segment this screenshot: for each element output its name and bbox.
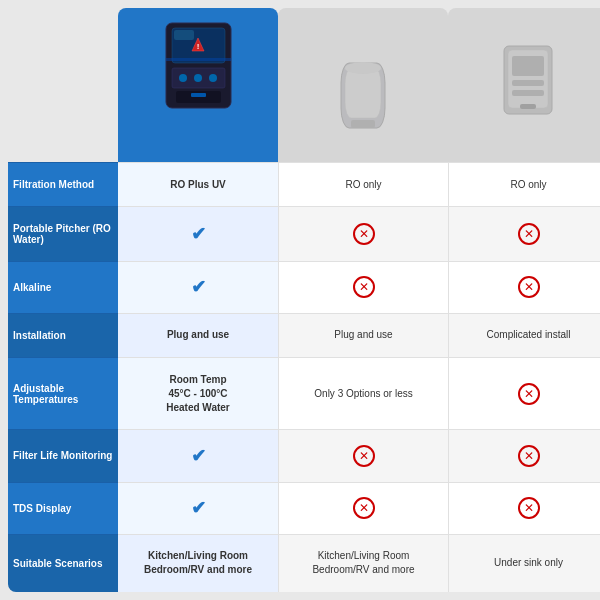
label-text: Portable Pitcher (RO Water) <box>13 223 113 245</box>
svg-rect-19 <box>512 80 544 86</box>
svg-point-7 <box>194 74 202 82</box>
undersink-cell-6: ✕ <box>448 482 600 534</box>
header-other <box>278 8 448 162</box>
undersink-cell-1: ✕ <box>448 206 600 260</box>
cell-text: Plug and use <box>167 328 229 342</box>
cross-icon: ✕ <box>518 445 540 467</box>
check-icon: ✔ <box>191 223 206 245</box>
cross-icon: ✕ <box>353 445 375 467</box>
svg-rect-20 <box>512 90 544 96</box>
row-label-0: Filtration Method <box>8 162 118 206</box>
cross-icon: ✕ <box>353 223 375 245</box>
cell-text: Plug and use <box>334 328 392 342</box>
cross-icon: ✕ <box>353 497 375 519</box>
cell-text: RO Plus UV <box>170 178 226 192</box>
cross-icon: ✕ <box>518 223 540 245</box>
cross-icon: ✕ <box>518 276 540 298</box>
comparison-table: ! <box>0 0 600 600</box>
svg-point-14 <box>345 62 381 74</box>
wb-cell-5: ✔ <box>118 429 278 481</box>
other-cell-2: ✕ <box>278 261 448 313</box>
label-text: Filter Life Monitoring <box>13 450 112 461</box>
svg-text:!: ! <box>196 42 199 51</box>
wb-cell-4: Room Temp 45°C - 100°C Heated Water <box>118 357 278 429</box>
label-text: TDS Display <box>13 503 71 514</box>
undersink-device-image <box>493 41 563 121</box>
row-label-7: Suitable Scenarios <box>8 534 118 592</box>
svg-point-8 <box>209 74 217 82</box>
cell-text: RO only <box>345 178 381 192</box>
other-device-image <box>328 57 398 137</box>
check-icon: ✔ <box>191 276 206 298</box>
svg-rect-15 <box>351 120 375 128</box>
cell-text: Only 3 Options or less <box>314 387 412 401</box>
cell-text: Under sink only <box>494 556 563 570</box>
undersink-cell-5: ✕ <box>448 429 600 481</box>
other-cell-5: ✕ <box>278 429 448 481</box>
header-row-label <box>8 8 118 162</box>
label-text: Suitable Scenarios <box>13 558 102 569</box>
undersink-cell-7: Under sink only <box>448 534 600 592</box>
row-label-2: Alkaline <box>8 261 118 313</box>
cell-text: RO only <box>510 178 546 192</box>
other-cell-1: ✕ <box>278 206 448 260</box>
other-cell-4: Only 3 Options or less <box>278 357 448 429</box>
wb-cell-1: ✔ <box>118 206 278 260</box>
row-label-6: TDS Display <box>8 482 118 534</box>
svg-rect-13 <box>345 68 381 118</box>
header-undersink <box>448 8 600 162</box>
header-wb99: ! <box>118 8 278 162</box>
wb-cell-3: Plug and use <box>118 313 278 357</box>
wb99-device-svg: ! <box>156 13 241 113</box>
other-device-svg <box>333 58 393 136</box>
cross-icon: ✕ <box>353 276 375 298</box>
wb-cell-2: ✔ <box>118 261 278 313</box>
cell-text: Kitchen/Living Room Bedroom/RV and more <box>312 549 414 577</box>
undersink-cell-0: RO only <box>448 162 600 206</box>
svg-rect-11 <box>166 58 231 61</box>
check-icon: ✔ <box>191 445 206 467</box>
wb-cell-6: ✔ <box>118 482 278 534</box>
wb-cell-0: RO Plus UV <box>118 162 278 206</box>
undersink-cell-3: Complicated install <box>448 313 600 357</box>
check-icon: ✔ <box>191 497 206 519</box>
row-label-3: Installation <box>8 313 118 357</box>
other-cell-3: Plug and use <box>278 313 448 357</box>
svg-rect-21 <box>520 104 536 109</box>
row-label-1: Portable Pitcher (RO Water) <box>8 206 118 260</box>
row-label-4: Adjustable Temperatures <box>8 357 118 429</box>
other-cell-6: ✕ <box>278 482 448 534</box>
cell-text: Kitchen/Living Room Bedroom/RV and more <box>144 549 252 577</box>
cross-icon: ✕ <box>518 497 540 519</box>
label-text: Filtration Method <box>13 179 94 190</box>
undersink-cell-2: ✕ <box>448 261 600 313</box>
label-text: Alkaline <box>13 282 51 293</box>
svg-rect-10 <box>191 93 206 97</box>
wb99-image: ! <box>153 18 243 108</box>
svg-point-6 <box>179 74 187 82</box>
undersink-device-svg <box>498 42 558 120</box>
label-text: Adjustable Temperatures <box>13 383 113 405</box>
cell-text: Room Temp 45°C - 100°C Heated Water <box>166 373 230 415</box>
wb-cell-7: Kitchen/Living Room Bedroom/RV and more <box>118 534 278 592</box>
cross-icon: ✕ <box>518 383 540 405</box>
row-label-5: Filter Life Monitoring <box>8 429 118 481</box>
svg-rect-18 <box>512 56 544 76</box>
svg-rect-2 <box>174 30 194 40</box>
cell-text: Complicated install <box>487 328 571 342</box>
other-cell-0: RO only <box>278 162 448 206</box>
label-text: Installation <box>13 330 66 341</box>
other-cell-7: Kitchen/Living Room Bedroom/RV and more <box>278 534 448 592</box>
undersink-cell-4: ✕ <box>448 357 600 429</box>
